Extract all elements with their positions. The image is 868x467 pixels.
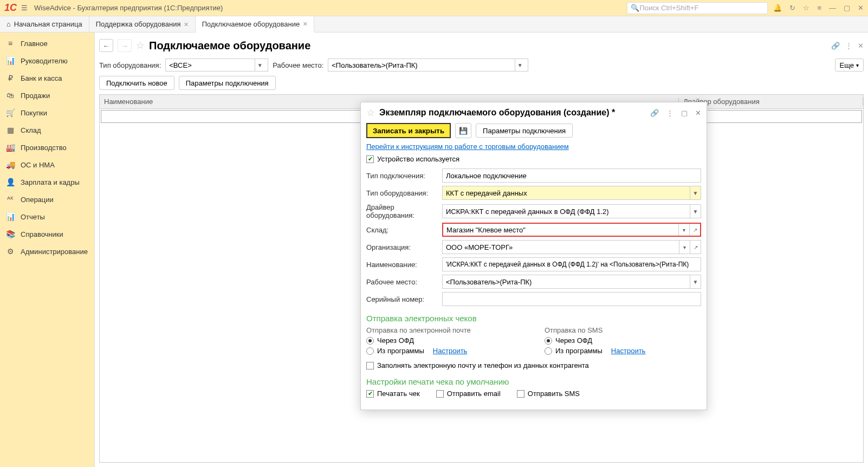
name-input[interactable]: 'ИСКРА:ККТ с передачей данных в ОФД (ФФД…: [442, 257, 701, 271]
top-icons: 🔔 ↻ ☆ ≡ — ▢ ✕: [773, 4, 864, 12]
star-icon[interactable]: ☆: [803, 4, 809, 12]
radio-label: Из программы: [555, 347, 603, 355]
close-icon[interactable]: ×: [184, 20, 188, 29]
sidebar-item-admin[interactable]: ⚙Администрирование: [0, 243, 94, 260]
home-icon: ⌂: [7, 20, 11, 28]
minimize-icon[interactable]: —: [829, 4, 836, 12]
radio-email-ofd[interactable]: Через ОФД: [366, 336, 523, 345]
back-button[interactable]: ←: [99, 39, 113, 52]
page-title: Подключаемое оборудование: [149, 40, 310, 52]
favorite-icon[interactable]: ☆: [136, 40, 145, 51]
sidebar-item-label: Производство: [21, 144, 67, 152]
checkbox-label: Отправить SMS: [528, 390, 580, 398]
params-button[interactable]: Параметры подключения: [476, 124, 573, 138]
sidebar-item-label: Администрирование: [21, 248, 88, 256]
send-sms-checkbox[interactable]: Отправить SMS: [517, 390, 580, 398]
config-link[interactable]: Настроить: [433, 347, 468, 355]
sidebar-item-label: Продажи: [21, 92, 50, 100]
bag-icon: 🛍: [5, 91, 15, 100]
open-icon[interactable]: ↗: [690, 241, 701, 254]
sidebar-item-salary[interactable]: 👤Зарплата и кадры: [0, 173, 94, 191]
sidebar-item-purchases[interactable]: 🛒Покупки: [0, 104, 94, 121]
filter-workplace-value: <Пользователь>(Рита-ПК): [332, 61, 417, 69]
section-print-title: Настройки печати чека по умолчанию: [366, 377, 701, 386]
sidebar-item-sales[interactable]: 🛍Продажи: [0, 87, 94, 104]
warehouse-select[interactable]: Магазин "Клевое место" ▾ ↗: [442, 223, 701, 237]
favorite-icon[interactable]: ☆: [366, 107, 375, 119]
connection-params-button[interactable]: Параметры подключения: [179, 76, 276, 90]
save-button[interactable]: 💾: [455, 123, 471, 138]
filter-type-select[interactable]: <ВСЕ> ▼: [165, 59, 268, 72]
sidebar-item-reports[interactable]: 📊Отчеты: [0, 208, 94, 225]
history-icon[interactable]: ↻: [789, 4, 795, 12]
sidebar-item-main[interactable]: ≡Главное: [0, 35, 94, 52]
tab-home[interactable]: ⌂ Начальная страница: [0, 16, 89, 32]
more-icon[interactable]: ⋮: [845, 42, 852, 50]
chevron-down-icon[interactable]: ▼: [515, 59, 524, 71]
name-value: 'ИСКРА:ККТ с передачей данных в ОФД (ФФД…: [443, 261, 701, 268]
radio-sms-prog[interactable]: Из программы Настроить: [545, 347, 701, 355]
org-select[interactable]: ООО «МОРЕ-ТОРГ» ▾ ↗: [442, 240, 701, 254]
menu-icon[interactable]: ☰: [21, 4, 28, 12]
serial-label: Серийный номер:: [366, 295, 442, 303]
sidebar-item-operations[interactable]: ᴬᴷОперации: [0, 191, 94, 208]
chevron-down-icon[interactable]: ▾: [678, 224, 689, 236]
checkbox-label: Заполнять электронную почту и телефон из…: [377, 361, 589, 369]
fill-contact-checkbox[interactable]: Заполнять электронную почту и телефон из…: [366, 361, 701, 369]
device-used-checkbox[interactable]: Устройство используется: [366, 155, 701, 163]
chevron-down-icon[interactable]: ▼: [255, 59, 264, 71]
chevron-down-icon[interactable]: ▼: [690, 275, 701, 288]
connect-new-button[interactable]: Подключить новое: [99, 76, 174, 90]
close-page-icon[interactable]: ✕: [858, 42, 864, 50]
org-label: Организация:: [366, 243, 442, 251]
conn-type-label: Тип подключения:: [366, 172, 442, 180]
sidebar-item-assets[interactable]: 🚚ОС и НМА: [0, 156, 94, 173]
close-icon[interactable]: ✕: [858, 4, 864, 12]
modal-title: Экземпляр подключаемого оборудования (со…: [379, 108, 646, 118]
tab-label: Поддержка оборудования: [96, 20, 181, 28]
sidebar-item-manager[interactable]: 📊Руководителю: [0, 52, 94, 69]
chevron-down-icon[interactable]: ▼: [690, 205, 701, 218]
close-icon[interactable]: ✕: [695, 109, 701, 117]
close-icon[interactable]: ×: [303, 20, 307, 28]
equip-type-select[interactable]: ККТ с передачей данных ▼: [442, 186, 701, 200]
driver-value: ИСКРА:ККТ с передачей данных в ОФД (ФФД …: [443, 207, 690, 216]
radio-sms-ofd[interactable]: Через ОФД: [545, 336, 701, 345]
open-icon[interactable]: ↗: [689, 224, 700, 236]
search-input[interactable]: 🔍 Поиск Ctrl+Shift+F: [627, 2, 768, 14]
sidebar-item-label: Отчеты: [21, 213, 45, 221]
sidebar-item-warehouse[interactable]: ▦Склад: [0, 121, 94, 139]
send-email-checkbox[interactable]: Отправить email: [436, 390, 501, 398]
maximize-icon[interactable]: ▢: [844, 4, 850, 12]
more-icon[interactable]: ⋮: [666, 109, 673, 117]
save-close-button[interactable]: Записать и закрыть: [366, 123, 451, 138]
link-icon[interactable]: 🔗: [831, 42, 840, 50]
bell-icon[interactable]: 🔔: [773, 4, 782, 12]
filter-icon[interactable]: ≡: [817, 4, 821, 12]
conn-type-input[interactable]: Локальное подключение: [442, 168, 701, 183]
serial-input[interactable]: [442, 292, 701, 306]
config-link[interactable]: Настроить: [611, 347, 646, 355]
ruble-icon: ₽: [5, 74, 15, 82]
filter-workplace-select[interactable]: <Пользователь>(Рита-ПК) ▼: [328, 59, 528, 72]
workplace-select[interactable]: <Пользователь>(Рита-ПК) ▼: [442, 275, 701, 289]
chevron-down-icon[interactable]: ▾: [679, 241, 690, 254]
more-button[interactable]: Еще ▾: [835, 59, 864, 72]
instructions-link[interactable]: Перейти к инструкциям по работе с торгов…: [366, 142, 569, 151]
driver-select[interactable]: ИСКРА:ККТ с передачей данных в ОФД (ФФД …: [442, 204, 701, 218]
print-check-checkbox[interactable]: Печатать чек: [366, 390, 420, 398]
sidebar-item-bank[interactable]: ₽Банк и касса: [0, 69, 94, 87]
tab-equipment[interactable]: Подключаемое оборудование ×: [196, 16, 315, 33]
chart-icon: 📊: [5, 56, 15, 65]
chevron-down-icon[interactable]: ▼: [690, 186, 701, 199]
checkbox-icon: [366, 390, 374, 398]
maximize-icon[interactable]: ▢: [681, 109, 688, 117]
bars-icon: 📊: [5, 212, 15, 221]
forward-button[interactable]: →: [118, 39, 132, 52]
sidebar-item-production[interactable]: 🏭Производство: [0, 139, 94, 156]
sidebar-item-refs[interactable]: 📚Справочники: [0, 225, 94, 243]
sidebar-item-label: Банк и касса: [21, 74, 62, 82]
link-icon[interactable]: 🔗: [650, 109, 659, 117]
tab-support[interactable]: Поддержка оборудования ×: [89, 16, 196, 32]
radio-email-prog[interactable]: Из программы Настроить: [366, 347, 523, 355]
